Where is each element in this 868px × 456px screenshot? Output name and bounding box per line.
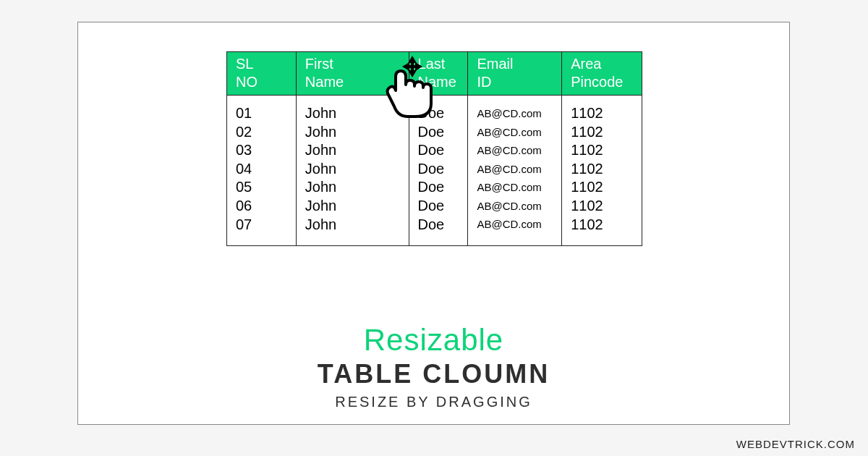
cell: Doe	[418, 160, 459, 179]
cell: Doe	[418, 123, 459, 142]
title-block: Resizable TABLE CLOUMN RESIZE BY DRAGGIN…	[78, 323, 789, 410]
col-email-id: AB@CD.com AB@CD.com AB@CD.com AB@CD.com …	[468, 96, 562, 246]
cell: John	[305, 197, 400, 216]
cell: John	[305, 160, 400, 179]
cell: Doe	[418, 104, 459, 123]
title-line-3: RESIZE BY DRAGGING	[78, 394, 789, 410]
cell: 02	[236, 123, 287, 142]
header-label: ID	[477, 74, 491, 90]
cell: 01	[236, 104, 287, 123]
header-first-name[interactable]: First Name	[297, 52, 409, 96]
cell: Doe	[418, 216, 459, 235]
cell: 1102	[571, 178, 633, 197]
cell: Doe	[418, 197, 459, 216]
cell: 1102	[571, 216, 633, 235]
header-label: Name	[305, 74, 344, 90]
header-sl-no[interactable]: SL NO	[227, 52, 297, 96]
header-area-pincode[interactable]: Area Pincode	[562, 52, 642, 96]
cell: 07	[236, 216, 287, 235]
cell: AB@CD.com	[477, 178, 553, 197]
header-label: Pincode	[571, 74, 623, 90]
header-label: Name	[418, 74, 456, 90]
cell: John	[305, 178, 400, 197]
cell: AB@CD.com	[477, 104, 553, 123]
cell: John	[305, 141, 400, 160]
cell: 1102	[571, 123, 633, 142]
cell: AB@CD.com	[477, 160, 553, 179]
col-sl-no: 01 02 03 04 05 06 07	[227, 96, 297, 246]
header-last-name[interactable]: Last Name	[409, 52, 469, 96]
demo-frame: SL NO First Name Last Name Email ID Area…	[77, 22, 790, 425]
header-label: Area	[571, 56, 601, 72]
cell: 1102	[571, 160, 633, 179]
col-area-pincode: 1102 1102 1102 1102 1102 1102 1102	[562, 96, 642, 246]
header-label: Last	[418, 56, 446, 72]
data-table: SL NO First Name Last Name Email ID Area…	[226, 51, 642, 246]
cell: AB@CD.com	[477, 215, 553, 234]
cell: Doe	[418, 141, 459, 160]
cell: AB@CD.com	[477, 123, 553, 142]
title-line-2: TABLE CLOUMN	[78, 359, 789, 389]
cell: 05	[236, 178, 287, 197]
header-label: Email	[477, 56, 513, 72]
header-label: First	[305, 56, 333, 72]
cell: 04	[236, 160, 287, 179]
cell: 1102	[571, 197, 633, 216]
header-label: SL	[236, 56, 253, 72]
cell: 1102	[571, 141, 633, 160]
col-last-name: Doe Doe Doe Doe Doe Doe Doe	[409, 96, 469, 246]
cell: 1102	[571, 104, 633, 123]
cell: John	[305, 104, 400, 123]
cell: Doe	[418, 178, 459, 197]
table-body: 01 02 03 04 05 06 07 John John John John…	[227, 96, 642, 246]
cell: John	[305, 216, 400, 235]
attribution: WEBDEVTRICK.COM	[736, 438, 855, 450]
cell: 06	[236, 197, 287, 216]
cell: 03	[236, 141, 287, 160]
title-line-1: Resizable	[78, 323, 789, 358]
header-label: NO	[236, 74, 258, 90]
cell: AB@CD.com	[477, 197, 553, 216]
cell: AB@CD.com	[477, 141, 553, 160]
table-header-row: SL NO First Name Last Name Email ID Area…	[227, 52, 642, 96]
cell: John	[305, 123, 400, 142]
header-email-id[interactable]: Email ID	[468, 52, 562, 96]
col-first-name: John John John John John John John	[297, 96, 409, 246]
